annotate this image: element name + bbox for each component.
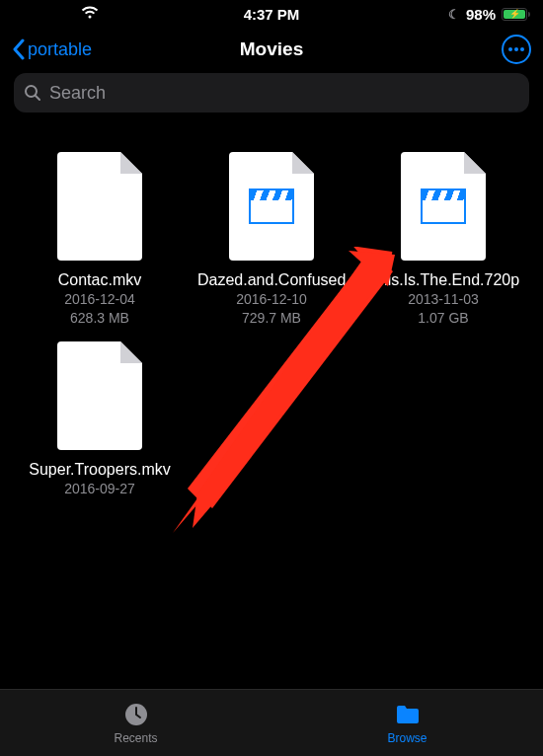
tab-label: Browse [387,731,427,745]
carrier-redacted [16,7,75,21]
ellipsis-icon [508,47,524,51]
file-date: 2016-12-04 [64,290,135,309]
more-button[interactable] [502,35,531,64]
file-name: Dazed.and.Confused [197,270,346,290]
status-time: 4:37 PM [187,6,357,23]
search-icon [24,84,41,102]
file-item[interactable]: Contac.mkv 2016-12-04 628.3 MB [18,152,182,328]
tab-recents[interactable]: Recents [0,690,272,756]
tab-browse[interactable]: Browse [272,690,543,756]
file-item[interactable]: This.Is.The.End.720p 2013-11-03 1.07 GB [361,152,525,328]
svg-point-1 [514,47,518,51]
file-size: 628.3 MB [70,309,129,328]
clock-icon [123,702,149,727]
chevron-left-icon [12,38,26,60]
video-file-icon [229,152,314,261]
file-grid: Contac.mkv 2016-12-04 628.3 MB Dazed.and… [0,122,543,528]
svg-point-2 [520,47,524,51]
file-name: This.Is.The.End.720p [369,270,517,290]
file-date: 2016-09-27 [64,480,135,498]
folder-icon [395,702,421,727]
file-size: 729.7 MB [242,309,301,328]
search-placeholder: Search [49,83,106,104]
tab-bar: Recents Browse [0,689,543,756]
dnd-moon-icon: ☾ [448,7,460,22]
nav-bar: portable Movies [0,28,543,71]
file-size: 1.07 GB [418,309,468,328]
file-date: 2016-12-10 [236,290,307,309]
page-title: Movies [185,38,357,60]
file-name: Contac.mkv [58,270,141,290]
battery-percent: 98% [466,6,496,23]
status-bar: 4:37 PM ☾ 98% ⚡ [0,0,543,28]
file-date: 2013-11-03 [408,290,479,309]
file-icon [57,341,142,450]
back-button[interactable]: portable [12,38,185,60]
wifi-icon [81,6,99,23]
svg-point-0 [508,47,512,51]
svg-line-4 [36,96,39,100]
battery-icon: ⚡ [502,8,527,21]
file-icon [57,152,142,261]
file-item[interactable]: Super.Troopers.mkv 2016-09-27 [18,341,182,498]
file-item[interactable]: Dazed.and.Confused 2016-12-10 729.7 MB [190,152,353,328]
search-input[interactable]: Search [14,73,529,113]
video-file-icon [401,152,486,261]
back-label: portable [28,39,92,60]
tab-label: Recents [114,731,157,745]
file-name: Super.Troopers.mkv [29,460,170,480]
